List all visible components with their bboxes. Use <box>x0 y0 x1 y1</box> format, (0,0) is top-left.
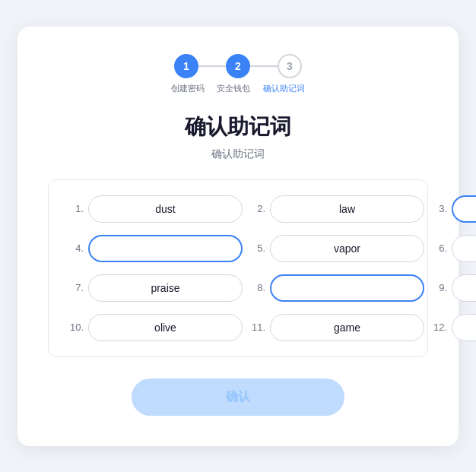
word-number-9: 9. <box>430 282 447 293</box>
word-input-5[interactable] <box>270 235 424 262</box>
confirm-button[interactable]: 确认 <box>132 379 344 416</box>
word-item-2: 2. <box>249 195 424 223</box>
word-number-6: 6. <box>430 242 447 254</box>
word-input-9[interactable] <box>452 274 476 302</box>
word-number-8: 8. <box>249 282 265 293</box>
word-number-5: 5. <box>249 242 265 254</box>
word-item-12: 12. <box>430 314 476 341</box>
word-grid: 1.2.3.4.5.6.7.8.9.10.11.12. <box>67 195 409 341</box>
step-labels: 创建密码 安全钱包 确认助记词 <box>168 83 308 94</box>
word-input-2[interactable] <box>270 195 424 223</box>
step-3-circle: 3 <box>278 54 302 78</box>
step-line-1 <box>198 65 226 67</box>
word-number-2: 2. <box>249 203 265 214</box>
word-number-10: 10. <box>67 322 84 333</box>
word-input-3[interactable] <box>452 195 476 223</box>
word-input-11[interactable] <box>270 314 424 341</box>
word-item-6: 6. <box>430 235 476 262</box>
word-input-6[interactable] <box>452 235 476 262</box>
stepper-circles: 1 2 3 <box>174 54 302 78</box>
step-label-2: 安全钱包 <box>214 83 253 94</box>
word-input-4[interactable] <box>88 235 243 262</box>
word-item-3: 3. <box>430 195 476 223</box>
word-number-11: 11. <box>249 322 265 333</box>
word-item-8: 8. <box>249 274 424 302</box>
word-item-11: 11. <box>249 314 424 341</box>
step-label-1: 创建密码 <box>168 83 208 94</box>
page-title: 确认助记词 <box>48 112 428 141</box>
word-input-7[interactable] <box>88 274 243 302</box>
word-input-8[interactable] <box>270 274 424 302</box>
step-label-3: 确认助记词 <box>259 83 308 94</box>
word-number-1: 1. <box>67 203 84 214</box>
word-grid-container: 1.2.3.4.5.6.7.8.9.10.11.12. <box>48 179 428 357</box>
word-input-10[interactable] <box>88 314 243 341</box>
step-1-circle: 1 <box>174 54 198 78</box>
stepper: 1 2 3 创建密码 安全钱包 确认助记词 <box>48 54 428 94</box>
word-input-12[interactable] <box>452 314 476 341</box>
word-number-3: 3. <box>430 203 447 214</box>
step-line-2 <box>250 65 278 67</box>
step-2-circle: 2 <box>226 54 250 78</box>
word-item-7: 7. <box>67 274 243 302</box>
word-number-7: 7. <box>67 282 84 293</box>
word-input-1[interactable] <box>88 195 243 223</box>
word-item-1: 1. <box>67 195 243 223</box>
word-number-12: 12. <box>430 322 447 333</box>
word-item-10: 10. <box>67 314 243 341</box>
main-card: 1 2 3 创建密码 安全钱包 确认助记词 确认助记词 确认助记词 1.2.3.… <box>17 27 459 446</box>
word-item-5: 5. <box>249 235 424 262</box>
word-item-9: 9. <box>430 274 476 302</box>
page-subtitle: 确认助记词 <box>48 147 428 161</box>
word-item-4: 4. <box>67 235 243 262</box>
word-number-4: 4. <box>67 242 84 254</box>
